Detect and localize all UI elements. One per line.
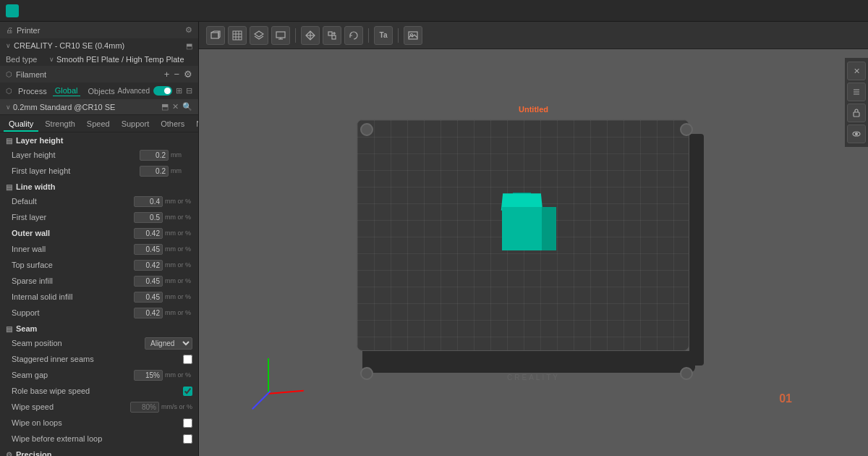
process-grid-icon[interactable]: ⊟ [186,86,192,96]
checkbox-staggered-seams[interactable] [183,355,192,364]
tab-speed[interactable]: Speed [82,117,115,132]
process-tab-objects[interactable]: Objects [86,86,117,96]
unit-outer-wall: mm or % [165,229,192,237]
unit-internal-solid-infill: mm or % [165,293,192,300]
printer-label-group: 🖨 Printer [6,26,40,35]
section-icon-seam: ▤ [6,325,12,333]
setting-layer-height: Layer height mm [0,147,198,163]
setting-label-layer-height: Layer height [12,151,140,159]
unit-first-layer-width: mm or % [165,214,192,221]
tab-quality[interactable]: Quality [4,117,38,132]
setting-seam-position: Seam position Aligned Random Nearest Rea… [0,335,198,351]
filament-icon: ⬡ [6,70,12,78]
input-top-surface[interactable] [134,260,163,271]
input-seam-gap[interactable] [134,370,163,381]
process-label: Process [18,87,47,96]
object-right-face [542,207,556,250]
checkbox-role-base-wipe[interactable] [183,387,192,396]
vp-side-btn-lock[interactable] [847,104,866,122]
profile-actions: ⬒ ✕ 🔍 [161,102,192,111]
profile-search-btn[interactable]: 🔍 [182,102,192,111]
vp-side-btn-close[interactable]: ✕ [847,62,866,80]
tab-strength[interactable]: Strength [40,117,80,132]
unit-top-surface: mm or % [165,261,192,269]
axis-y [268,358,269,394]
printer-section-header: 🖨 Printer ⚙ [0,22,198,38]
process-list-icon[interactable]: ⊞ [176,86,182,96]
setting-seam-gap: Seam gap mm or % [0,367,198,383]
input-support[interactable] [134,308,163,318]
process-tab-global[interactable]: Global [53,85,80,96]
vp-btn-slice[interactable]: Ta [374,26,393,45]
unit-wipe-speed: mm/s or % [161,403,192,410]
toolbar-divider-1 [295,28,296,43]
section-icon-layer: ▤ [6,137,12,145]
checkbox-wipe-before-external[interactable] [183,434,192,444]
filament-add-btn[interactable]: + [164,69,170,80]
vp-btn-rotate[interactable] [344,26,363,45]
vp-btn-layers[interactable] [250,26,268,45]
value-staggered-seams [183,355,192,364]
input-inner-wall[interactable] [134,244,163,255]
svg-rect-14 [332,35,336,39]
input-internal-solid-infill[interactable] [134,292,163,303]
value-sparse-infill: mm or % [134,276,192,287]
vp-btn-grid[interactable] [228,26,247,45]
vp-btn-image[interactable] [404,26,422,45]
setting-wipe-speed: Wipe speed mm/s or % [0,399,198,415]
value-inner-wall: mm or % [134,244,192,255]
printer-open-icon[interactable]: ⬒ [186,42,192,50]
printer-settings-icon[interactable]: ⚙ [185,25,192,35]
advanced-toggle[interactable] [153,86,172,96]
section-precision-label: Precision [16,450,52,456]
advanced-label: Advanced [118,87,150,95]
vp-btn-cube[interactable] [206,26,225,45]
label-support: Support [12,308,134,317]
printer-section-label: Printer [17,26,40,35]
value-wipe-speed: mm/s or % [130,402,192,413]
setting-top-surface: Top surface mm or % [0,257,198,273]
process-row: ⬡ Process Global Objects Advanced ⊞ ⊟ [0,83,198,99]
input-outer-wall[interactable] [134,228,163,239]
tabs-row: Quality Strength Speed Support Others No… [0,115,198,132]
filament-label-group: ⬡ Filament [6,70,46,79]
dropdown-seam-position[interactable]: Aligned Random Nearest Rear [145,337,192,350]
tab-support[interactable]: Support [116,117,155,132]
label-wipe-on-loops: Wipe on loops [12,418,183,427]
unit-support: mm or % [165,309,192,316]
input-sparse-infill[interactable] [134,276,163,287]
printer-name-row: ∨ CREALITY - CR10 SE (0.4mm) ⬒ [0,38,198,53]
profile-name-group: ∨ 0.2mm Standard @CR10 SE [6,103,115,111]
label-first-layer-width: First layer [12,213,134,221]
tab-others[interactable]: Others [156,117,190,132]
setting-first-layer-width: First layer mm or % [0,209,198,225]
checkbox-wipe-on-loops[interactable] [183,418,192,428]
tab-notes[interactable]: Notes [191,117,199,132]
input-wipe-speed [130,402,159,413]
input-first-layer-height[interactable] [140,166,169,177]
vp-side-btn-layers[interactable] [847,83,866,101]
filament-remove-btn[interactable]: − [174,69,179,80]
input-default[interactable] [134,196,163,207]
input-layer-height[interactable] [140,150,169,161]
vp-side-btn-eye[interactable] [847,124,866,143]
value-default: mm or % [134,196,192,207]
expand-arrow-icon[interactable]: ∨ [6,42,11,49]
viewport-toolbar: Ta [199,22,868,49]
profile-delete-btn[interactable]: ✕ [172,102,179,111]
bed-type-value[interactable]: ∨ Smooth PEI Plate / High Temp Plate [49,55,184,64]
filament-controls: + − ⚙ [164,69,192,80]
section-layer-height-label: Layer height [16,136,63,145]
setting-value-first-layer-height: mm [140,166,192,177]
section-layer-height: ▤ Layer height [0,132,198,147]
vp-btn-move[interactable] [301,26,320,45]
value-seam-gap: mm or % [134,370,192,381]
coordinate-axes [268,351,311,394]
profile-copy-btn[interactable]: ⬒ [161,102,169,111]
vp-btn-display[interactable] [271,26,290,45]
setting-staggered-seams: Staggered inner seams [0,351,198,367]
input-first-layer-width[interactable] [134,212,163,223]
vp-btn-scale[interactable] [323,26,341,45]
axis-z [252,391,271,410]
filament-settings-btn[interactable]: ⚙ [184,69,192,80]
